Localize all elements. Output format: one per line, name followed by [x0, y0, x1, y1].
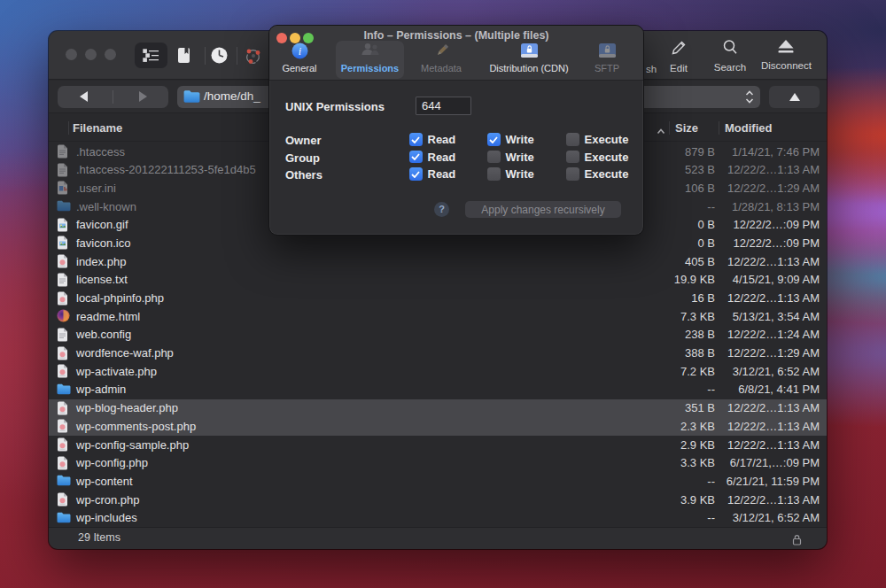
checkbox-label: Write: [506, 133, 534, 146]
network-sync-icon[interactable]: [244, 47, 262, 69]
modified-cell: 4/15/21, 9:09 AM: [715, 273, 820, 286]
filename-cell: readme.html: [76, 310, 140, 323]
table-row[interactable]: wp-includes--3/12/21, 6:52 AM: [49, 509, 827, 527]
size-cell: 19.9 KB: [674, 273, 715, 286]
upload-button[interactable]: [769, 86, 820, 108]
tab-sftp[interactable]: SFTP: [584, 41, 630, 79]
modified-cell: 12/22/2…1:13 AM: [715, 163, 820, 176]
table-row[interactable]: favicon.ico0 B12/22/2…:09 PM: [49, 234, 827, 252]
filename-cell: favicon.gif: [76, 218, 128, 231]
bookmarks-icon[interactable]: [177, 47, 190, 67]
tab-label: Permissions: [336, 63, 404, 74]
back-button[interactable]: [80, 91, 88, 102]
tab-distribution-cdn[interactable]: Distribution (CDN): [480, 41, 578, 79]
table-row[interactable]: wp-cron.php3.9 KB12/22/2…1:13 AM: [49, 491, 827, 509]
eject-icon: [776, 42, 796, 57]
permission-row-label: Owner: [285, 134, 321, 147]
filename-cell: .htaccess: [76, 145, 125, 159]
table-row[interactable]: wp-blog-header.php351 B12/22/2…1:13 AM: [49, 399, 827, 418]
forward-button[interactable]: [139, 91, 147, 102]
path-stepper-icon[interactable]: [745, 90, 754, 107]
filename-cell: favicon.ico: [76, 236, 130, 250]
table-row[interactable]: web.config238 B12/22/2…1:24 AM: [49, 326, 827, 344]
table-row[interactable]: wp-content--6/21/21, 11:59 PM: [49, 472, 827, 491]
column-divider: [669, 121, 670, 135]
filename-cell: wp-comments-post.php: [76, 420, 196, 433]
modified-cell: 12/22/2…1:13 AM: [715, 420, 820, 433]
table-row[interactable]: wp-config.php3.3 KB6/17/21,…:09 PM: [49, 454, 827, 473]
edit-button[interactable]: Edit: [654, 39, 703, 74]
owner-execute-checkbox[interactable]: Execute: [566, 133, 628, 146]
table-row[interactable]: license.txt19.9 KB4/15/21, 9:09 AM: [49, 271, 827, 290]
tab-general[interactable]: iGeneral: [276, 41, 323, 79]
people-icon: [336, 43, 404, 61]
column-header-filename[interactable]: Filename: [73, 121, 122, 135]
table-row[interactable]: wp-config-sample.php2.9 KB12/22/2…1:13 A…: [49, 436, 827, 454]
svg-text:i: i: [298, 45, 300, 58]
php-icon: [57, 291, 71, 306]
table-row[interactable]: wp-admin--6/8/21, 4:41 PM: [49, 381, 827, 399]
modified-cell: 6/8/21, 4:41 PM: [715, 383, 820, 396]
tab-metadata[interactable]: Metadata: [414, 41, 469, 79]
others-read-checkbox[interactable]: Read: [409, 167, 455, 181]
current-path: /home/dh_: [204, 89, 260, 103]
minimize-button-inactive[interactable]: [85, 49, 97, 60]
size-cell: 405 B: [685, 255, 715, 268]
column-header-modified[interactable]: Modified: [725, 121, 772, 135]
modified-cell: 12/22/2…1:13 AM: [715, 493, 820, 507]
group-execute-checkbox[interactable]: Execute: [566, 151, 628, 164]
table-row[interactable]: wordfence-waf.php388 B12/22/2…1:29 AM: [49, 344, 827, 363]
others-execute-checkbox[interactable]: Execute: [566, 167, 628, 181]
modified-cell: 12/22/2…:09 PM: [715, 218, 820, 231]
permission-row-others: OthersReadWriteExecute: [269, 166, 643, 184]
help-button[interactable]: ?: [434, 202, 449, 217]
tab-label: General: [276, 63, 323, 74]
others-write-checkbox[interactable]: Write: [487, 167, 534, 181]
php-icon: [57, 254, 71, 268]
unix-permissions-input[interactable]: [416, 97, 471, 115]
folder-icon: [183, 89, 200, 107]
table-row[interactable]: wp-comments-post.php2.3 KB12/22/2…1:13 A…: [49, 417, 827, 436]
group-write-checkbox[interactable]: Write: [487, 151, 534, 164]
disconnect-button[interactable]: Disconnect: [761, 39, 811, 71]
checkbox-label: Execute: [585, 167, 629, 181]
table-row[interactable]: wp-activate.php7.2 KB3/12/21, 6:52 AM: [49, 362, 827, 381]
zoom-button-inactive[interactable]: [105, 49, 116, 60]
table-row[interactable]: local-phpinfo.php16 B12/22/2…1:13 AM: [49, 290, 827, 308]
pencil-icon: [414, 43, 469, 61]
tab-label: Metadata: [414, 63, 469, 74]
size-cell: --: [707, 475, 715, 488]
modified-cell: 12/22/2…1:13 AM: [715, 401, 820, 414]
history-clock-icon[interactable]: [211, 47, 228, 67]
status-bar: 29 Items: [49, 527, 827, 549]
filename-cell: .user.ini: [76, 182, 116, 195]
modified-cell: 12/22/2…1:13 AM: [715, 255, 820, 268]
dialog-content: UNIX Permissions OwnerReadWriteExecuteGr…: [269, 81, 643, 235]
tab-label: Distribution (CDN): [480, 63, 578, 74]
owner-write-checkbox[interactable]: Write: [487, 133, 534, 146]
checkbox-label: Write: [506, 151, 534, 164]
owner-read-checkbox[interactable]: Read: [409, 133, 455, 146]
filename-cell: index.php: [76, 255, 126, 268]
upload-arrow-icon: [789, 93, 800, 101]
size-cell: 0 B: [697, 236, 715, 250]
list-view-button[interactable]: [135, 43, 167, 68]
toolbar-separator: [205, 47, 206, 65]
search-button[interactable]: Search: [705, 39, 755, 73]
img-icon: [57, 236, 71, 250]
permission-row-label: Others: [285, 168, 323, 182]
column-header-size[interactable]: Size: [675, 121, 698, 135]
table-row[interactable]: readme.html7.3 KB5/13/21, 3:54 AM: [49, 307, 827, 326]
size-cell: 0 B: [697, 218, 715, 231]
tab-permissions[interactable]: Permissions: [336, 41, 404, 79]
modified-cell: 12/22/2…1:24 AM: [715, 328, 820, 341]
size-cell: 2.9 KB: [680, 438, 715, 452]
size-cell: 7.2 KB: [680, 365, 715, 378]
filename-cell: wp-includes: [76, 511, 137, 524]
size-cell: --: [707, 511, 715, 524]
table-row[interactable]: index.php405 B12/22/2…1:13 AM: [49, 252, 827, 271]
checkbox-unchecked-icon: [487, 151, 501, 164]
group-read-checkbox[interactable]: Read: [409, 151, 455, 164]
close-button-inactive[interactable]: [66, 49, 77, 60]
apply-recursively-button[interactable]: Apply changes recursively: [465, 201, 621, 218]
